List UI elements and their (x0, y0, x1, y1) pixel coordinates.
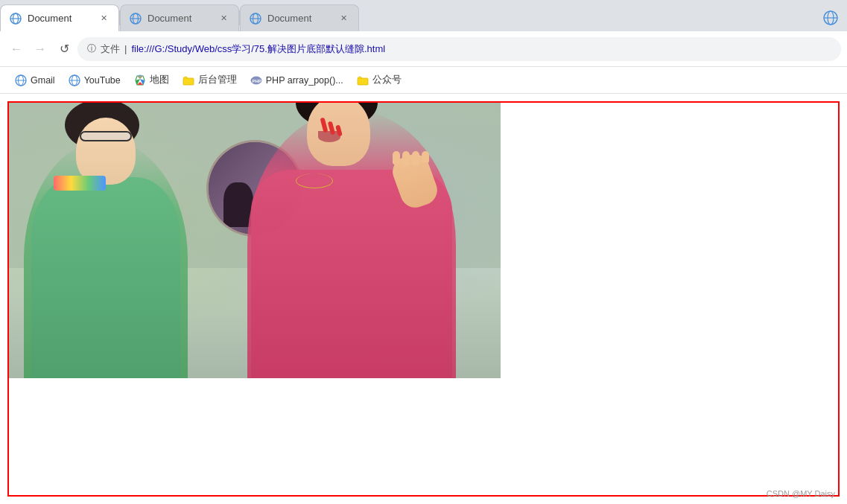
browser-window: Document ✕ Document ✕ (0, 0, 847, 504)
bookmark-youtube[interactable]: YouTube (63, 71, 127, 90)
tab-3-close[interactable]: ✕ (337, 13, 349, 25)
tab-3-title: Document (267, 13, 331, 24)
gmail-icon (15, 74, 27, 86)
svg-marker-23 (137, 74, 143, 79)
tab-3-icon (250, 13, 261, 25)
bookmark-youtube-label: YouTube (84, 75, 121, 86)
bookmark-maps[interactable]: 地图 (128, 71, 175, 90)
bookmark-admin-label: 后台管理 (198, 74, 237, 86)
address-bar[interactable]: ⓘ 文件 | file:///G:/Study/Web/css学习/75.解决图… (77, 37, 841, 61)
left-body (31, 177, 180, 378)
bookmark-php-label: PHP array_pop()... (266, 75, 343, 86)
page-content: CSDN @MY Daisy (0, 94, 847, 504)
back-icon: ← (10, 42, 22, 56)
reload-icon: ↺ (60, 42, 69, 56)
figure-right (247, 110, 456, 378)
browser-extensions-icon[interactable] (820, 7, 841, 28)
figure-left (24, 140, 188, 378)
tab-2[interactable]: Document ✕ (120, 4, 239, 31)
php-icon: PHP (250, 74, 262, 86)
youtube-icon (69, 74, 80, 86)
watermark-text: CSDN @MY Daisy (767, 489, 835, 498)
mark-1 (320, 118, 329, 133)
bookmark-gmail[interactable]: Gmail (9, 71, 61, 90)
bookmark-wechat-label: 公众号 (372, 74, 402, 86)
folder-admin-icon (183, 74, 194, 86)
bookmarks-bar: Gmail YouTube (0, 67, 847, 94)
folder-wechat-icon (357, 74, 369, 86)
forward-icon: → (34, 42, 46, 56)
tab-bar: Document ✕ Document ✕ (0, 0, 847, 31)
bookmark-admin[interactable]: 后台管理 (177, 71, 243, 90)
finger-1 (393, 151, 400, 165)
bookmark-php[interactable]: PHP PHP array_pop()... (244, 71, 349, 90)
finger-4 (422, 151, 429, 163)
tab-2-close[interactable]: ✕ (218, 13, 229, 25)
page-inner: CSDN @MY Daisy (0, 94, 847, 504)
right-cheek-marks (322, 118, 344, 147)
tab-2-icon (130, 13, 142, 25)
back-button[interactable]: ← (6, 39, 27, 60)
nav-bar: ← → ↺ ⓘ 文件 | file:///G:/Study/Web/css学习/… (0, 31, 847, 67)
watermark: CSDN @MY Daisy (767, 489, 835, 498)
mark-3 (335, 124, 343, 136)
svg-rect-24 (183, 78, 194, 85)
finger-2 (402, 151, 410, 166)
finger-3 (412, 151, 419, 165)
bookmark-gmail-label: Gmail (31, 75, 55, 86)
right-white-space (501, 103, 838, 378)
forward-button[interactable]: → (30, 39, 51, 60)
protocol-label: 文件 (101, 42, 120, 56)
reload-button[interactable]: ↺ (54, 39, 74, 60)
left-scarf (54, 176, 106, 191)
right-necklace (296, 173, 333, 188)
bookmark-maps-label: 地图 (150, 74, 169, 86)
tab-3[interactable]: Document ✕ (240, 4, 359, 31)
svg-rect-27 (358, 78, 368, 85)
address-separator: | (124, 43, 127, 54)
tab-2-title: Document (147, 13, 212, 24)
svg-text:PHP: PHP (252, 79, 261, 83)
mark-2 (328, 121, 335, 135)
demo-image (9, 103, 501, 378)
info-icon: ⓘ (87, 42, 96, 55)
demo-container (7, 101, 840, 497)
bookmark-wechat[interactable]: 公众号 (351, 71, 407, 90)
tab-1-icon (10, 13, 22, 25)
left-glasses (80, 131, 132, 141)
maps-icon (134, 74, 146, 86)
tab-1-close[interactable]: ✕ (98, 13, 110, 25)
tab-1[interactable]: Document ✕ (0, 4, 119, 31)
tab-1-title: Document (28, 13, 92, 24)
right-fingers (393, 151, 437, 166)
tab-bar-right (359, 7, 847, 28)
left-head (76, 118, 136, 185)
url-text: file:///G:/Study/Web/css学习/75.解决图片底部默认缝隙… (131, 42, 831, 56)
